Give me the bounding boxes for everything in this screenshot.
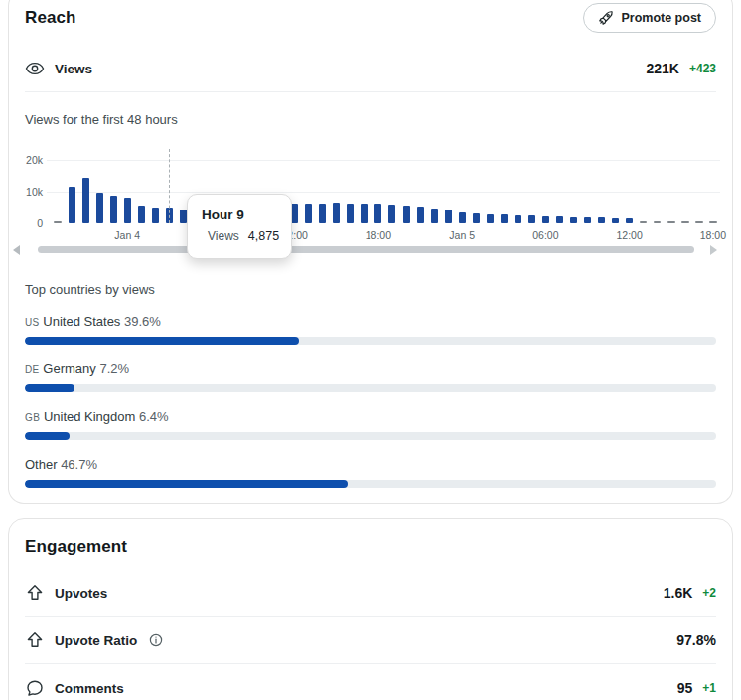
chart-bar[interactable] xyxy=(640,221,648,224)
chart-bar[interactable] xyxy=(542,216,549,223)
xtick-label: 12:00 xyxy=(616,229,642,241)
chart-bar[interactable] xyxy=(612,218,619,223)
tooltip-series-label: Views xyxy=(208,229,239,243)
hover-indicator-line xyxy=(169,149,170,223)
reach-card: Reach Promote post Views 221K + xyxy=(8,0,733,504)
country-name: United Kingdom xyxy=(44,409,136,424)
views-label: Views xyxy=(55,62,92,76)
chart-bar[interactable] xyxy=(347,204,354,223)
chart-bar[interactable] xyxy=(681,221,689,224)
chart-bar[interactable] xyxy=(459,212,466,223)
chart-bar[interactable] xyxy=(654,221,662,224)
country-bar-track xyxy=(25,384,716,392)
xtick-label: 18:00 xyxy=(700,229,726,241)
country-code: GB xyxy=(25,412,40,423)
country-row-gb: GB United Kingdom 6.4% xyxy=(25,409,716,440)
chart-bar[interactable] xyxy=(291,204,298,223)
chart-bar[interactable] xyxy=(501,214,508,223)
tooltip-value: 4,875 xyxy=(248,229,279,243)
chart-bar[interactable] xyxy=(695,221,703,224)
ytick-20k: 20k xyxy=(25,154,43,166)
chart-title: Views for the first 48 hours xyxy=(25,112,716,127)
chart-bar[interactable] xyxy=(667,221,675,224)
chart-bar[interactable] xyxy=(124,198,131,223)
upvote-ratio-metric-row: Upvote Ratio 97.8% xyxy=(25,617,716,664)
country-bar-fill xyxy=(25,384,74,392)
chart-bar[interactable] xyxy=(152,208,159,223)
chart-bar[interactable] xyxy=(333,203,340,223)
comments-metric-row: Comments 95 +1 xyxy=(25,664,716,700)
engagement-card: Engagement Upvotes 1.6K +2 Upvote Ratio … xyxy=(8,518,733,700)
tooltip-title: Hour 9 xyxy=(202,208,277,222)
upvotes-delta: +2 xyxy=(702,586,716,600)
chart-bar[interactable] xyxy=(487,214,494,223)
chart-bar[interactable] xyxy=(96,193,103,223)
chart-bar[interactable] xyxy=(473,213,480,223)
country-pct: 6.4% xyxy=(139,409,169,424)
chart-bar[interactable] xyxy=(528,215,535,223)
country-row-other: Other 46.7% xyxy=(25,457,716,488)
xtick-label: 06:00 xyxy=(532,229,558,241)
country-code: DE xyxy=(25,364,40,375)
chart-bar[interactable] xyxy=(319,204,326,223)
chart-bar[interactable] xyxy=(374,204,381,223)
rocket-icon xyxy=(598,10,614,26)
chart-bar[interactable] xyxy=(305,204,312,223)
xtick-label: Jan 5 xyxy=(449,229,475,241)
scroll-right-arrow-icon[interactable] xyxy=(710,245,717,255)
chart-bar[interactable] xyxy=(138,206,145,223)
country-code: US xyxy=(25,317,40,328)
chart-bar[interactable] xyxy=(403,206,410,223)
info-icon[interactable] xyxy=(149,633,163,647)
chart-bar[interactable] xyxy=(515,215,521,223)
promote-post-label: Promote post xyxy=(621,11,701,25)
eye-icon xyxy=(25,59,45,78)
ytick-0: 0 xyxy=(25,217,43,229)
ytick-10k: 10k xyxy=(25,186,43,198)
top-countries-title: Top countries by views xyxy=(25,282,716,297)
chart-bar[interactable] xyxy=(417,207,424,223)
country-pct: 7.2% xyxy=(99,361,129,376)
chart-bar[interactable] xyxy=(82,178,89,223)
views-value: 221K xyxy=(647,61,679,76)
chart-bar[interactable] xyxy=(584,217,591,223)
chart-bar[interactable] xyxy=(626,218,633,223)
chart-plot[interactable] xyxy=(47,149,720,223)
comment-bubble-icon xyxy=(25,678,45,698)
country-bar-fill xyxy=(25,480,348,488)
scroll-left-arrow-icon[interactable] xyxy=(13,245,20,255)
reach-header: Reach Promote post xyxy=(25,3,716,33)
chart-bar[interactable] xyxy=(598,217,605,223)
chart-bar[interactable] xyxy=(180,210,187,223)
chart-bar[interactable] xyxy=(570,217,577,223)
chart-bar[interactable] xyxy=(54,221,62,224)
reach-title: Reach xyxy=(25,8,76,28)
chart-scrollbar-thumb[interactable] xyxy=(38,246,694,253)
upvotes-metric-row: Upvotes 1.6K +2 xyxy=(25,569,716,617)
chart-bar[interactable] xyxy=(431,209,438,223)
chart-bar[interactable] xyxy=(709,221,717,224)
xtick-label: 18:00 xyxy=(366,229,391,241)
chart-bar[interactable] xyxy=(361,204,368,223)
chart-bar[interactable] xyxy=(110,196,117,223)
promote-post-button[interactable]: Promote post xyxy=(583,3,716,33)
chart-bar[interactable] xyxy=(69,187,75,223)
upvotes-value: 1.6K xyxy=(664,585,693,601)
comments-value: 95 xyxy=(677,680,693,696)
upvote-ratio-value: 97.8% xyxy=(676,632,716,648)
views-delta: +423 xyxy=(689,62,716,75)
country-name: United States xyxy=(43,314,120,329)
views-chart: 20k 10k 0 Jan 406:0012:0018:00Jan 506:00… xyxy=(25,149,724,260)
chart-bar[interactable] xyxy=(388,205,395,223)
country-name: Other xyxy=(25,457,58,472)
country-bar-track xyxy=(25,480,716,488)
upvote-arrow-icon xyxy=(25,583,45,603)
chart-tooltip: Hour 9 Views 4,875 xyxy=(187,194,292,259)
country-name: Germany xyxy=(43,361,95,376)
country-bar-track xyxy=(25,432,716,440)
views-metric-row: Views 221K +423 xyxy=(25,45,716,92)
chart-bar[interactable] xyxy=(556,216,563,223)
xtick-label: Jan 4 xyxy=(114,229,140,241)
chart-bar[interactable] xyxy=(445,210,452,223)
upvote-ratio-label: Upvote Ratio xyxy=(55,633,137,648)
